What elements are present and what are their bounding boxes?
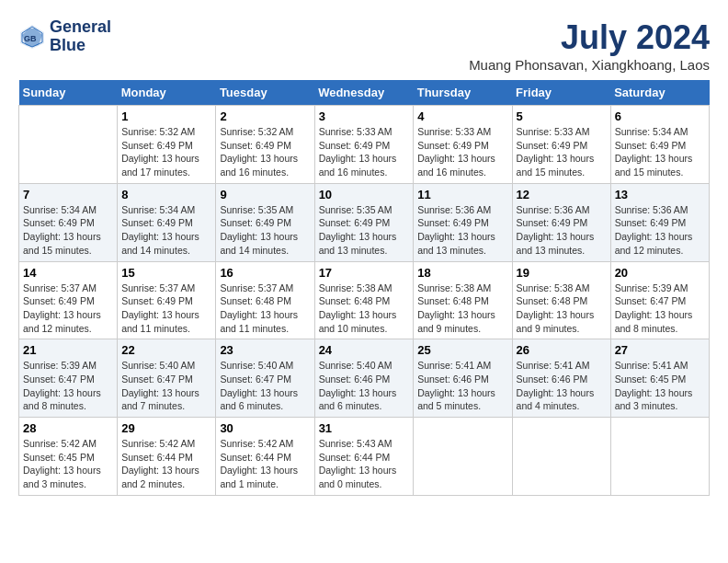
logo-icon: GB: [18, 23, 46, 51]
day-header-sunday: Sunday: [19, 80, 118, 106]
day-number: 21: [23, 343, 113, 357]
day-number: 28: [23, 421, 113, 435]
day-info: Sunrise: 5:33 AM Sunset: 6:49 PM Dayligh…: [319, 125, 410, 179]
day-info: Sunrise: 5:42 AM Sunset: 6:44 PM Dayligh…: [220, 437, 310, 491]
week-row-1: 1Sunrise: 5:32 AM Sunset: 6:49 PM Daylig…: [19, 106, 710, 184]
calendar-cell: 20Sunrise: 5:39 AM Sunset: 6:47 PM Dayli…: [610, 261, 709, 339]
day-info: Sunrise: 5:34 AM Sunset: 6:49 PM Dayligh…: [121, 203, 211, 258]
day-number: 22: [121, 343, 211, 357]
day-info: Sunrise: 5:35 AM Sunset: 6:49 PM Dayligh…: [220, 203, 310, 258]
day-number: 25: [417, 343, 507, 357]
day-info: Sunrise: 5:36 AM Sunset: 6:49 PM Dayligh…: [517, 203, 607, 258]
calendar-cell: 2Sunrise: 5:32 AM Sunset: 6:49 PM Daylig…: [216, 106, 314, 184]
day-info: Sunrise: 5:41 AM Sunset: 6:46 PM Dayligh…: [517, 359, 607, 413]
calendar-cell: 19Sunrise: 5:38 AM Sunset: 6:48 PM Dayli…: [512, 261, 610, 339]
day-number: 19: [517, 266, 607, 280]
calendar-cell: 18Sunrise: 5:38 AM Sunset: 6:48 PM Dayli…: [414, 261, 512, 339]
day-number: 16: [220, 266, 310, 280]
calendar-cell: 25Sunrise: 5:41 AM Sunset: 6:46 PM Dayli…: [414, 339, 512, 418]
day-number: 7: [23, 188, 113, 201]
logo: GB General Blue: [18, 18, 111, 55]
header: GB General Blue July 2024 Muang Phonsava…: [18, 18, 710, 73]
day-number: 10: [319, 188, 410, 201]
day-info: Sunrise: 5:38 AM Sunset: 6:48 PM Dayligh…: [319, 282, 410, 336]
day-info: Sunrise: 5:37 AM Sunset: 6:49 PM Dayligh…: [23, 282, 113, 336]
day-info: Sunrise: 5:33 AM Sunset: 6:49 PM Dayligh…: [517, 125, 607, 179]
day-number: 18: [417, 266, 507, 280]
subtitle: Muang Phonsavan, Xiangkhoang, Laos: [469, 57, 710, 73]
logo-line2: Blue: [50, 37, 111, 55]
calendar-cell: 16Sunrise: 5:37 AM Sunset: 6:48 PM Dayli…: [216, 261, 314, 339]
calendar-cell: 12Sunrise: 5:36 AM Sunset: 6:49 PM Dayli…: [512, 183, 610, 261]
day-header-monday: Monday: [118, 80, 216, 106]
day-number: 4: [417, 109, 507, 123]
day-info: Sunrise: 5:36 AM Sunset: 6:49 PM Dayligh…: [417, 203, 507, 258]
day-info: Sunrise: 5:42 AM Sunset: 6:44 PM Dayligh…: [121, 437, 211, 491]
calendar-cell: 6Sunrise: 5:34 AM Sunset: 6:49 PM Daylig…: [610, 106, 709, 184]
day-header-tuesday: Tuesday: [216, 80, 314, 106]
day-number: 20: [615, 266, 705, 280]
calendar-cell: 8Sunrise: 5:34 AM Sunset: 6:49 PM Daylig…: [118, 183, 216, 261]
calendar-cell: 26Sunrise: 5:41 AM Sunset: 6:46 PM Dayli…: [512, 339, 610, 418]
calendar-cell: 21Sunrise: 5:39 AM Sunset: 6:47 PM Dayli…: [19, 339, 118, 418]
week-row-2: 7Sunrise: 5:34 AM Sunset: 6:49 PM Daylig…: [19, 183, 710, 261]
day-info: Sunrise: 5:38 AM Sunset: 6:48 PM Dayligh…: [517, 282, 607, 336]
day-number: 8: [121, 188, 211, 201]
title-area: July 2024 Muang Phonsavan, Xiangkhoang, …: [469, 18, 710, 73]
day-number: 9: [220, 188, 310, 201]
day-number: 14: [23, 266, 113, 280]
day-header-wednesday: Wednesday: [314, 80, 414, 106]
calendar-cell: [19, 106, 118, 184]
day-info: Sunrise: 5:40 AM Sunset: 6:47 PM Dayligh…: [121, 359, 211, 413]
day-number: 6: [615, 109, 705, 123]
logo-line1: General: [50, 18, 111, 37]
calendar-cell: 17Sunrise: 5:38 AM Sunset: 6:48 PM Dayli…: [314, 261, 414, 339]
day-info: Sunrise: 5:39 AM Sunset: 6:47 PM Dayligh…: [23, 359, 113, 413]
day-info: Sunrise: 5:32 AM Sunset: 6:49 PM Dayligh…: [121, 125, 211, 179]
calendar-cell: 15Sunrise: 5:37 AM Sunset: 6:49 PM Dayli…: [118, 261, 216, 339]
calendar-cell: 13Sunrise: 5:36 AM Sunset: 6:49 PM Dayli…: [610, 183, 709, 261]
day-number: 2: [220, 109, 310, 123]
day-info: Sunrise: 5:40 AM Sunset: 6:46 PM Dayligh…: [319, 359, 410, 413]
calendar-cell: 14Sunrise: 5:37 AM Sunset: 6:49 PM Dayli…: [19, 261, 118, 339]
day-number: 13: [615, 188, 705, 201]
day-number: 15: [121, 266, 211, 280]
day-number: 27: [615, 343, 705, 357]
calendar-cell: 23Sunrise: 5:40 AM Sunset: 6:47 PM Dayli…: [216, 339, 314, 418]
calendar-cell: [610, 418, 709, 496]
day-info: Sunrise: 5:36 AM Sunset: 6:49 PM Dayligh…: [615, 203, 705, 258]
day-info: Sunrise: 5:34 AM Sunset: 6:49 PM Dayligh…: [615, 125, 705, 179]
main-title: July 2024: [469, 18, 710, 57]
day-info: Sunrise: 5:37 AM Sunset: 6:48 PM Dayligh…: [220, 282, 310, 336]
calendar-table: SundayMondayTuesdayWednesdayThursdayFrid…: [18, 80, 710, 496]
calendar-cell: 27Sunrise: 5:41 AM Sunset: 6:45 PM Dayli…: [610, 339, 709, 418]
logo-text: General Blue: [50, 18, 111, 55]
day-number: 17: [319, 266, 410, 280]
day-info: Sunrise: 5:41 AM Sunset: 6:45 PM Dayligh…: [615, 359, 705, 413]
day-info: Sunrise: 5:42 AM Sunset: 6:45 PM Dayligh…: [23, 437, 113, 491]
calendar-cell: 22Sunrise: 5:40 AM Sunset: 6:47 PM Dayli…: [118, 339, 216, 418]
calendar-cell: 29Sunrise: 5:42 AM Sunset: 6:44 PM Dayli…: [118, 418, 216, 496]
calendar-cell: 3Sunrise: 5:33 AM Sunset: 6:49 PM Daylig…: [314, 106, 414, 184]
day-number: 29: [121, 421, 211, 435]
day-info: Sunrise: 5:37 AM Sunset: 6:49 PM Dayligh…: [121, 282, 211, 336]
calendar-cell: [414, 418, 512, 496]
day-info: Sunrise: 5:40 AM Sunset: 6:47 PM Dayligh…: [220, 359, 310, 413]
day-info: Sunrise: 5:39 AM Sunset: 6:47 PM Dayligh…: [615, 282, 705, 336]
week-row-5: 28Sunrise: 5:42 AM Sunset: 6:45 PM Dayli…: [19, 418, 710, 496]
calendar-cell: 4Sunrise: 5:33 AM Sunset: 6:49 PM Daylig…: [414, 106, 512, 184]
day-info: Sunrise: 5:41 AM Sunset: 6:46 PM Dayligh…: [417, 359, 507, 413]
calendar-cell: 9Sunrise: 5:35 AM Sunset: 6:49 PM Daylig…: [216, 183, 314, 261]
svg-text:GB: GB: [24, 34, 37, 43]
day-header-saturday: Saturday: [610, 80, 709, 106]
calendar-cell: 10Sunrise: 5:35 AM Sunset: 6:49 PM Dayli…: [314, 183, 414, 261]
day-info: Sunrise: 5:38 AM Sunset: 6:48 PM Dayligh…: [417, 282, 507, 336]
day-number: 3: [319, 109, 410, 123]
calendar-cell: [512, 418, 610, 496]
calendar-cell: 7Sunrise: 5:34 AM Sunset: 6:49 PM Daylig…: [19, 183, 118, 261]
calendar-cell: 30Sunrise: 5:42 AM Sunset: 6:44 PM Dayli…: [216, 418, 314, 496]
day-number: 5: [517, 109, 607, 123]
day-number: 26: [517, 343, 607, 357]
day-info: Sunrise: 5:43 AM Sunset: 6:44 PM Dayligh…: [319, 437, 410, 491]
day-number: 1: [121, 109, 211, 123]
